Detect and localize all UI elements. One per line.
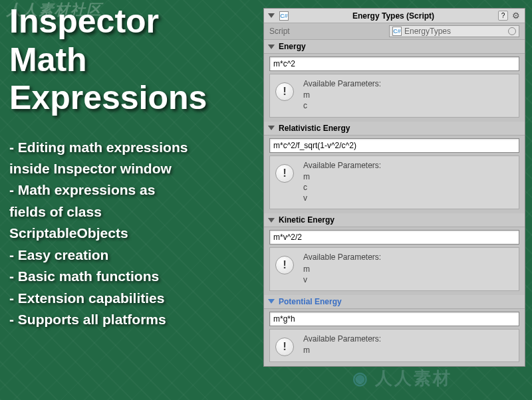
feature-item: - Editing math expressions bbox=[9, 138, 255, 157]
parameter-item: m bbox=[303, 90, 513, 100]
parameters-text: Available Parameters:mc bbox=[303, 78, 513, 112]
parameters-box: !Available Parameters:m bbox=[269, 329, 519, 362]
feature-item: - Extension capabilities bbox=[9, 288, 255, 308]
script-icon: C# bbox=[392, 27, 402, 36]
component-title: Energy Types (Script) bbox=[292, 11, 495, 21]
section-header[interactable]: Energy bbox=[264, 40, 525, 54]
parameter-item: v bbox=[303, 274, 513, 285]
foldout-icon[interactable] bbox=[268, 13, 275, 18]
feature-list: - Editing math expressions inside Inspec… bbox=[9, 138, 255, 330]
watermark-bottom-right: 人人素材 bbox=[352, 367, 452, 390]
section-title: Kinetic Energy bbox=[279, 215, 334, 225]
object-picker-icon[interactable] bbox=[508, 27, 516, 35]
parameters-title: Available Parameters: bbox=[303, 160, 513, 171]
feature-item: - Math expressions as bbox=[9, 180, 255, 200]
script-label: Script bbox=[269, 27, 382, 36]
section-header[interactable]: Potential Energy bbox=[264, 295, 525, 309]
component-header[interactable]: C# Energy Types (Script) ? ⚙ bbox=[264, 9, 525, 23]
parameter-item: v bbox=[303, 193, 513, 203]
parameter-item: c bbox=[303, 100, 513, 111]
title-line-3: Expressions bbox=[9, 79, 255, 118]
foldout-icon[interactable] bbox=[268, 218, 275, 223]
info-icon: ! bbox=[275, 256, 294, 274]
parameters-title: Available Parameters: bbox=[303, 78, 513, 89]
parameter-item: c bbox=[303, 182, 513, 193]
parameters-text: Available Parameters:m bbox=[303, 334, 513, 355]
feature-item: ScriptableObjects bbox=[9, 223, 255, 243]
gear-icon[interactable]: ⚙ bbox=[511, 11, 521, 21]
foldout-icon[interactable] bbox=[268, 126, 275, 130]
script-row: Script C# EnergyTypes bbox=[264, 23, 525, 40]
inspector-panel: C# Energy Types (Script) ? ⚙ Script C# E… bbox=[263, 8, 525, 367]
info-icon: ! bbox=[275, 338, 294, 356]
feature-item: fields of class bbox=[9, 202, 255, 222]
script-icon: C# bbox=[279, 11, 289, 21]
expression-input[interactable]: m*g*h bbox=[269, 312, 519, 326]
info-icon: ! bbox=[275, 82, 294, 101]
parameters-title: Available Parameters: bbox=[303, 252, 513, 262]
section-header[interactable]: Relativistic Energy bbox=[264, 122, 525, 136]
feature-item: - Supports all platforms bbox=[9, 310, 255, 330]
section-title: Relativistic Energy bbox=[279, 124, 350, 133]
foldout-icon[interactable] bbox=[268, 45, 275, 49]
info-icon: ! bbox=[275, 164, 294, 183]
help-icon[interactable]: ? bbox=[498, 11, 508, 21]
section-header[interactable]: Kinetic Energy bbox=[264, 213, 525, 227]
feature-item: - Basic math functions bbox=[9, 266, 255, 286]
section-title: Energy bbox=[279, 42, 306, 51]
script-object-field[interactable]: C# EnergyTypes bbox=[389, 25, 519, 37]
feature-item: inside Inspector window bbox=[9, 159, 255, 179]
parameter-item: m bbox=[303, 171, 513, 182]
marketing-panel: Inspector Math Expressions - Editing mat… bbox=[9, 3, 255, 331]
script-value: EnergyTypes bbox=[404, 27, 451, 36]
section-title: Potential Energy bbox=[279, 297, 342, 306]
parameter-item: m bbox=[303, 264, 513, 274]
title-line-2: Math bbox=[9, 41, 255, 80]
product-title: Inspector Math Expressions bbox=[9, 3, 255, 118]
feature-item: - Easy creation bbox=[9, 245, 255, 265]
foldout-icon[interactable] bbox=[268, 299, 275, 304]
parameters-text: Available Parameters:mv bbox=[303, 252, 513, 285]
parameter-item: m bbox=[303, 345, 513, 355]
expression-input[interactable]: m*c^2 bbox=[269, 56, 519, 71]
title-line-1: Inspector bbox=[9, 3, 255, 41]
expression-input[interactable]: m*c^2/f_sqrt(1-v^2/c^2) bbox=[269, 138, 519, 153]
parameters-text: Available Parameters:mcv bbox=[303, 160, 513, 204]
parameters-box: !Available Parameters:mc bbox=[269, 74, 519, 118]
parameters-title: Available Parameters: bbox=[303, 334, 513, 344]
parameters-box: !Available Parameters:mcv bbox=[269, 155, 519, 210]
expression-input[interactable]: m*v^2/2 bbox=[269, 230, 519, 245]
parameters-box: !Available Parameters:mv bbox=[269, 247, 519, 291]
